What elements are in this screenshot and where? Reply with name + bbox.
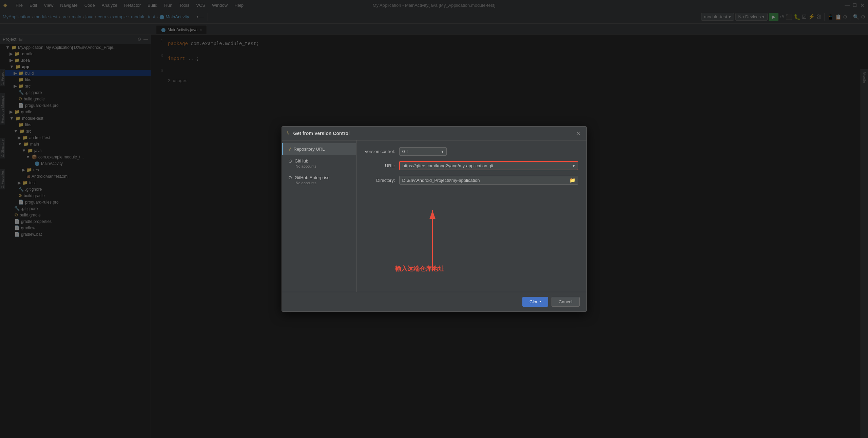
- dialog-body: ⑂ Repository URL ⊙ GitHub No accounts ⊙ …: [282, 140, 586, 292]
- url-value: https://gitee.com/kong2yang/my-applicati…: [403, 163, 493, 168]
- clone-button[interactable]: Clone: [522, 297, 548, 307]
- dialog-vcs-icon: ⑂: [287, 130, 290, 136]
- sidebar-github-enterprise-label: GitHub Enterprise: [295, 175, 330, 180]
- sidebar-item-github-enterprise[interactable]: ⊙ GitHub Enterprise No accounts: [282, 172, 356, 188]
- select-dropdown-arrow: ▾: [441, 149, 444, 154]
- sidebar-github-label: GitHub: [295, 158, 308, 164]
- directory-input[interactable]: D:\Env\Android_Projects\my-application 📁: [399, 176, 578, 185]
- sidebar-item-github[interactable]: ⊙ GitHub No accounts: [282, 155, 356, 172]
- sidebar-item-title-github-enterprise: ⊙ GitHub Enterprise: [288, 175, 351, 180]
- version-control-select[interactable]: Git ▾: [399, 147, 447, 156]
- repo-url-icon: ⑂: [288, 147, 291, 152]
- annotation-text: 输入远端仓库地址: [395, 265, 444, 273]
- sidebar-item-title-github: ⊙ GitHub: [288, 158, 351, 164]
- dialog-close-button[interactable]: ✕: [575, 130, 582, 137]
- url-dropdown-arrow: ▾: [573, 163, 575, 168]
- github-icon: ⊙: [288, 158, 292, 164]
- annotation-area: 输入远端仓库地址: [365, 190, 578, 285]
- version-control-row: Version control: Git ▾: [365, 147, 578, 156]
- sidebar-item-repository-url[interactable]: ⑂ Repository URL: [282, 143, 356, 155]
- url-label: URL:: [365, 163, 395, 168]
- dialog-title-bar: ⑂ Get from Version Control ✕: [282, 127, 586, 140]
- cancel-button[interactable]: Cancel: [552, 297, 579, 307]
- directory-row: Directory: D:\Env\Android_Projects\my-ap…: [365, 176, 578, 185]
- github-sub-label: No accounts: [288, 164, 351, 168]
- url-input[interactable]: https://gitee.com/kong2yang/my-applicati…: [399, 161, 578, 170]
- github-enterprise-sub-label: No accounts: [288, 181, 351, 185]
- directory-label: Directory:: [365, 178, 395, 183]
- github-enterprise-icon: ⊙: [288, 175, 292, 180]
- version-control-label: Version control:: [365, 149, 395, 154]
- dialog-title: Get from Version Control: [293, 131, 350, 136]
- url-row: URL: https://gitee.com/kong2yang/my-appl…: [365, 161, 578, 170]
- dialog-footer: Clone Cancel: [282, 292, 586, 311]
- dialog-sidebar: ⑂ Repository URL ⊙ GitHub No accounts ⊙ …: [282, 140, 356, 292]
- dialog-form-content: Version control: Git ▾ URL: https://gite…: [356, 140, 586, 292]
- browse-directory-icon[interactable]: 📁: [570, 177, 575, 183]
- get-from-vcs-dialog: ⑂ Get from Version Control ✕ ⑂ Repositor…: [282, 126, 587, 312]
- version-control-value: Git: [402, 149, 408, 154]
- directory-value: D:\Env\Android_Projects\my-application: [402, 178, 480, 183]
- annotation-arrow-svg: [365, 190, 534, 285]
- sidebar-repo-label: Repository URL: [294, 147, 325, 152]
- sidebar-item-title-repo: ⑂ Repository URL: [288, 147, 351, 152]
- modal-overlay: ⑂ Get from Version Control ✕ ⑂ Repositor…: [0, 0, 868, 438]
